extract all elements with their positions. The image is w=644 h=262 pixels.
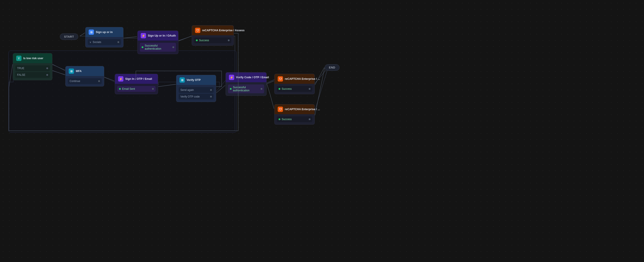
recaptcha-br-title: reCAPTCHA Enterprise / ... [285,108,320,111]
false-connector [46,74,48,76]
end-node: END [325,64,340,71]
socials-chevron: ∨ [90,41,91,44]
oauth-title: Sign Up or In / OAuth [148,34,176,37]
socials-label: Socials [93,40,101,44]
continue-connector [98,80,100,82]
verify-success-connector [260,88,262,90]
sign-up-icon: ⊞ [89,30,94,35]
start-node: START [60,34,78,40]
continue-label: Continue [70,80,80,83]
oauth-connector [172,46,174,48]
recaptcha-bottom-right-node: 🛡 reCAPTCHA Enterprise / ... Success [274,104,315,124]
verify-otp-title: Verify OTP [186,78,200,82]
tr-success-dot [278,88,280,90]
is-low-risk-node: Y Is low risk user TRUE FALSE [13,53,52,80]
recaptcha-assess-icon: 🛡 [195,28,200,33]
recaptcha-top-right-node: 🛡 reCAPTCHA Enterprise / ... Success [274,74,315,94]
recaptcha-tr-title: reCAPTCHA Enterprise / ... [285,77,320,80]
verify-otp-icon: ⊞ [180,77,185,83]
recaptcha-tr-icon: 🛡 [278,76,283,82]
verify-code-connector [210,96,212,98]
auth-success-label: Successful authentication [145,44,172,50]
otp-icon: ⚡ [118,76,124,82]
mfa-icon: ⊞ [69,68,74,74]
br-success-connector [309,118,310,120]
tr-success-label: Success [282,87,292,90]
assess-connector [228,40,230,41]
sign-up-or-in-node: ⊞ Sign up or in ∨ Socials [85,27,124,48]
br-success-dot [278,118,280,120]
email-sent-connector [152,88,154,90]
socials-connector [118,41,119,43]
verify-success-dot [230,88,232,90]
tr-success-connector [309,88,310,90]
end-label: END [329,66,335,69]
risk-icon: Y [16,56,22,61]
auth-success-dot [142,46,144,48]
false-label: FALSE [17,73,25,76]
verify-otp-node: ⊞ Verify OTP Send again Verify OTP code [176,75,216,102]
otp-title: Sign In / OTP / Email [125,77,152,80]
verify-code-title: Verify Code / OTP / Email [236,76,269,79]
email-sent-label: Email Sent [122,87,135,90]
recaptcha-br-icon: 🛡 [278,106,283,112]
risk-title: Is low risk user [23,57,43,60]
oauth-icon: ⚡ [141,33,146,38]
send-again-label: Send again [180,88,194,92]
svg-line-2 [124,36,137,38]
verify-code-label: Verify OTP code [180,95,200,98]
svg-line-9 [267,81,274,84]
svg-line-3 [178,36,191,41]
sign-in-otp-node: ⚡ Sign In / OTP / Email Email Sent [115,74,158,94]
recaptcha-assess-title: reCAPTCHA Enterprise / Assess [202,29,245,32]
true-connector [46,68,48,69]
assess-success-label: Success [199,39,209,42]
sign-up-title: Sign up or in [96,30,112,34]
verify-code-icon: ⚡ [229,75,234,80]
start-label: START [64,35,74,38]
mfa-node: ⊞ MFA Continue [66,66,104,86]
verify-success-label: Successful authentication [233,86,260,92]
email-sent-dot [119,88,121,90]
recaptcha-assess-node: 🛡 reCAPTCHA Enterprise / Assess Success [192,25,234,46]
sign-up-oauth-node: ⚡ Sign Up or In / OAuth Successful authe… [138,30,178,54]
mfa-title: MFA [76,70,82,73]
verify-code-node: ⚡ Verify Code / OTP / Email Successful a… [226,72,266,96]
svg-line-10 [315,68,324,85]
br-success-label: Success [282,118,292,121]
assess-success-dot [196,40,198,41]
send-again-connector [210,89,212,91]
svg-line-1 [80,33,85,36]
true-label: TRUE [17,67,24,70]
